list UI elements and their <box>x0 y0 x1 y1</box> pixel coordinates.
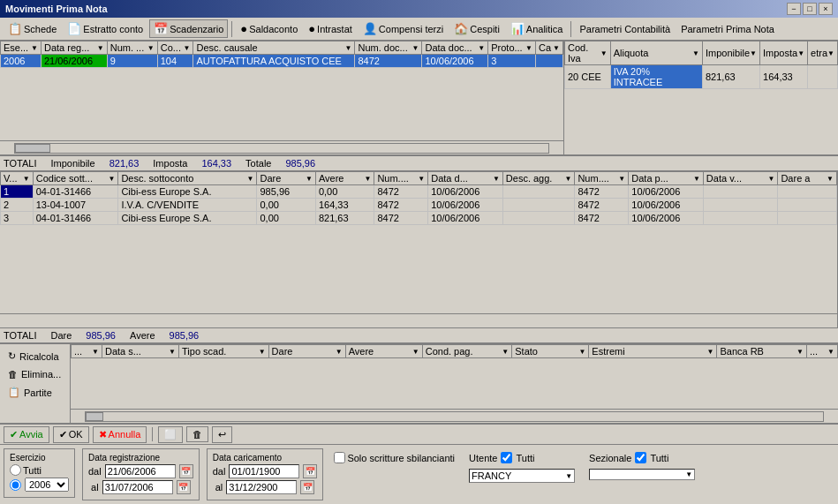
sca-col-9[interactable]: Banca RB▼ <box>717 345 807 358</box>
compensi-button[interactable]: 👤 Compensi terzi <box>359 19 448 38</box>
elimina-label: Elimina... <box>21 369 61 380</box>
cal-btn-1[interactable]: 📅 <box>179 464 193 478</box>
cell-num-3: 8472 <box>374 212 428 225</box>
anno-select[interactable]: 2006 <box>25 478 69 492</box>
scadenzario-button[interactable]: 📅 Scadenzario <box>149 19 228 38</box>
col-dare-a[interactable]: Dare a▼ <box>778 172 837 185</box>
analitica-button[interactable]: 📊 Analitica <box>506 19 568 38</box>
parametri-prima-nota-button[interactable]: Parametri Prima Nota <box>676 21 779 37</box>
sca-col-7[interactable]: Stato▼ <box>512 345 589 358</box>
col-ca[interactable]: Ca▼ <box>536 41 563 55</box>
sca-col-5[interactable]: Avere▼ <box>345 345 422 358</box>
col-aliquota[interactable]: Aliquota▼ <box>610 41 702 65</box>
iva-table-row[interactable]: 20 CEE IVA 20% INTRACEE 821,63 164,33 <box>565 65 838 89</box>
col-data-d[interactable]: Data d...▼ <box>428 172 503 185</box>
upper-table-row[interactable]: 2006 21/06/2006 9 104 AUTOFATTURA ACQUIS… <box>1 55 563 68</box>
window-controls: − □ × <box>787 3 833 15</box>
saldaconto-button[interactable]: ● Saldaconto <box>236 19 302 38</box>
intrastat-button[interactable]: ● Intrastat <box>304 19 357 38</box>
col-data-p[interactable]: Data p...▼ <box>629 172 704 185</box>
col-data-reg[interactable]: Data reg...▼ <box>41 41 107 55</box>
col-imposta[interactable]: Imposta▼ <box>760 41 808 65</box>
avvia-button[interactable]: ✔ Avvia <box>4 426 49 443</box>
col-data-v[interactable]: Data v...▼ <box>703 172 778 185</box>
utente-dropdown[interactable]: FRANCY ▼ <box>469 469 575 483</box>
ok-button[interactable]: ✔ OK <box>53 426 89 443</box>
al-input-1[interactable] <box>102 480 173 494</box>
utente-value: FRANCY <box>472 470 511 481</box>
al-input-2[interactable] <box>226 480 297 494</box>
col-imponibile[interactable]: Imponibile▼ <box>702 41 759 65</box>
col-v[interactable]: V...▼ <box>1 172 34 185</box>
col-desc[interactable]: Desc. causale▼ <box>193 41 355 55</box>
sca-col-6[interactable]: Cond. pag.▼ <box>422 345 512 358</box>
annulla-button[interactable]: ✖ Annulla <box>93 426 147 443</box>
cell-datap-1: 10/06/2006 <box>629 185 704 199</box>
cell-descagg-2 <box>502 199 575 212</box>
middle-hscroll[interactable] <box>0 313 837 327</box>
minimize-button[interactable]: − <box>787 3 801 15</box>
cell-dare-2: 0,00 <box>257 199 315 212</box>
col-etra[interactable]: etra▼ <box>808 41 838 65</box>
schede-button[interactable]: 📋 Schede <box>4 19 61 38</box>
col-data-doc[interactable]: Data doc...▼ <box>422 41 488 55</box>
col-cod-iva[interactable]: Cod. Iva▼ <box>565 41 611 65</box>
sca-col-1[interactable]: ...▼ <box>72 345 102 358</box>
middle-row-2[interactable]: 2 13-04-1007 I.V.A. C/VENDITE 0,00 164,3… <box>1 199 837 212</box>
ok-check-icon: ✔ <box>59 429 67 440</box>
solo-scritture-checkbox[interactable] <box>334 452 345 463</box>
tutti-radio[interactable] <box>10 464 21 476</box>
col-desc-sott[interactable]: Desc. sottoconto▼ <box>118 172 257 185</box>
col-codice-sott[interactable]: Codice sott...▼ <box>33 172 118 185</box>
sca-col-4[interactable]: Dare▼ <box>268 345 345 358</box>
col-desc-agg[interactable]: Desc. agg.▼ <box>502 172 575 185</box>
utente-label: Utente <box>469 453 497 463</box>
maximize-button[interactable]: □ <box>803 3 817 15</box>
col-num2[interactable]: Num....▼ <box>374 172 428 185</box>
sca-col-8[interactable]: Estremi▼ <box>589 345 717 358</box>
col-num3[interactable]: Num....▼ <box>575 172 629 185</box>
col-ese[interactable]: Ese...▼ <box>1 41 42 55</box>
col-proto[interactable]: Proto...▼ <box>488 41 536 55</box>
anno-radio[interactable] <box>10 479 21 491</box>
delete-button[interactable]: 🗑 <box>186 426 208 442</box>
totals-totale-value: 985,96 <box>285 158 315 169</box>
close-button[interactable]: × <box>819 3 833 15</box>
cal-btn-2[interactable]: 📅 <box>177 480 191 494</box>
sezionale-tutti-checkbox[interactable] <box>635 452 646 463</box>
col-avere[interactable]: Avere▼ <box>315 172 374 185</box>
analitica-icon: 📊 <box>510 22 525 35</box>
copy-button[interactable]: ⬜ <box>158 426 183 443</box>
dal-input-2[interactable] <box>229 464 299 478</box>
cal-btn-4[interactable]: 📅 <box>300 480 314 494</box>
cespiti-button[interactable]: 🏠 Cespiti <box>449 19 504 38</box>
col-dare[interactable]: Dare▼ <box>257 172 315 185</box>
sca-hscroll[interactable] <box>71 409 838 423</box>
middle-row-1[interactable]: 1 04-01-31466 Cibi-ess Europe S.A. 985,9… <box>1 185 837 199</box>
middle-row-3[interactable]: 3 04-01-31466 Cibi-ess Europe S.A. 0,00 … <box>1 212 837 225</box>
ricalcola-button[interactable]: ↻ Ricalcola <box>4 348 66 365</box>
estratto-button[interactable]: 📄 Estratto conto <box>63 19 147 38</box>
utente-tutti-checkbox[interactable] <box>501 452 512 463</box>
dal-label-1: dal <box>88 466 102 477</box>
col-co[interactable]: Co...▼ <box>157 41 193 55</box>
dal-input-1[interactable] <box>105 464 176 478</box>
parametri-contabilita-button[interactable]: Parametri Contabilità <box>575 21 675 37</box>
sidebar-buttons: ↻ Ricalcola 🗑 Elimina... 📋 Partite <box>0 344 71 423</box>
solo-scritture-label[interactable]: Solo scritture sbilancianti <box>334 452 455 463</box>
sca-col-3[interactable]: Tipo scad.▼ <box>179 345 269 358</box>
cell-descagg-3 <box>502 212 575 225</box>
cal-btn-3[interactable]: 📅 <box>303 464 317 478</box>
totals-bar-2: TOTALI Dare 985,96 Avere 985,96 <box>0 327 838 343</box>
sca-col-10[interactable]: ...▼ <box>806 345 837 358</box>
upper-hscroll[interactable] <box>0 140 563 154</box>
sca-col-2[interactable]: Data s...▼ <box>102 345 178 358</box>
partite-button[interactable]: 📋 Partite <box>4 384 66 401</box>
tutti-radio-label[interactable]: Tutti <box>10 464 42 476</box>
col-num[interactable]: Num. ...▼ <box>107 41 157 55</box>
col-num-doc[interactable]: Num. doc...▼ <box>355 41 422 55</box>
elimina-button[interactable]: 🗑 Elimina... <box>4 366 66 382</box>
redo-button[interactable]: ↩ <box>212 426 232 443</box>
sezionale-dropdown[interactable]: ▼ <box>589 469 695 480</box>
totals2-label1: TOTALI <box>4 330 37 341</box>
